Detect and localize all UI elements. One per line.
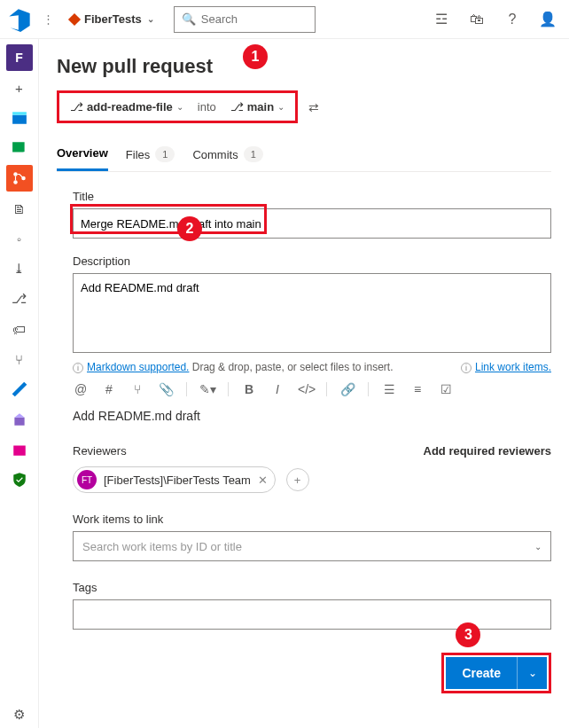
commits-count-badge: 1 <box>244 146 263 162</box>
nav-project-tile[interactable]: F <box>6 44 33 71</box>
svg-rect-0 <box>12 115 27 124</box>
add-reviewer-button[interactable]: + <box>286 468 309 491</box>
azure-devops-logo[interactable] <box>7 7 32 32</box>
project-icon <box>68 12 81 25</box>
tags-label: Tags <box>73 581 551 594</box>
more-icon[interactable]: ⋮ <box>39 12 58 26</box>
search-box[interactable]: 🔍 <box>174 6 316 33</box>
reviewer-pill: FT [FiberTests]\FiberTests Team ✕ <box>73 466 276 493</box>
callout-3: 3 <box>456 622 480 647</box>
workitems-label: Work items to link <box>73 513 551 526</box>
info-icon: i <box>461 363 472 373</box>
title-input[interactable] <box>73 208 551 239</box>
callout-2: 2 <box>177 216 202 241</box>
tab-commits[interactable]: Commits1 <box>192 139 262 171</box>
add-required-reviewers[interactable]: Add required reviewers <box>424 444 552 458</box>
nav-testplans-icon[interactable] <box>6 135 33 161</box>
create-button[interactable]: Create <box>446 657 517 689</box>
user-settings-icon[interactable]: 👤 <box>534 11 562 27</box>
nav-item-pink[interactable] <box>6 436 33 463</box>
svg-rect-7 <box>13 446 26 456</box>
nav-boards-icon[interactable] <box>6 105 33 131</box>
nav-pullrequests-icon[interactable]: ⑂ <box>6 346 33 372</box>
description-input[interactable] <box>73 273 551 353</box>
editor-toolbar: @ # ⑂ 📎 ✎▾ B I </> 🔗 ☰ ≡ ☑ <box>73 382 551 396</box>
chevron-down-icon: ⌄ <box>147 14 154 24</box>
attach-icon[interactable]: 📎 <box>158 382 174 396</box>
marketplace-icon[interactable]: 🛍 <box>463 12 491 27</box>
nav-commits-icon[interactable]: ◦ <box>6 225 33 252</box>
callout-1: 1 <box>243 44 268 69</box>
description-preview: Add README.md draft <box>73 409 551 423</box>
into-label: into <box>194 100 220 114</box>
italic-icon[interactable]: I <box>269 382 285 396</box>
chevron-down-icon: ⌄ <box>176 102 183 112</box>
hash-icon[interactable]: # <box>101 382 117 396</box>
pr-ref-icon[interactable]: ⑂ <box>129 382 145 396</box>
chevron-down-icon: ⌄ <box>277 102 284 112</box>
nav-artifacts-icon[interactable] <box>6 406 33 433</box>
link-icon[interactable]: 🔗 <box>339 382 355 396</box>
svg-point-3 <box>13 172 18 176</box>
numbered-icon[interactable]: ≡ <box>409 382 425 396</box>
tab-overview[interactable]: Overview <box>57 139 108 171</box>
source-branch-name: add-readme-file <box>87 100 173 114</box>
svg-rect-1 <box>12 112 27 114</box>
nav-settings-icon[interactable]: ⚙ <box>6 701 33 728</box>
target-branch-name: main <box>247 100 274 114</box>
search-icon: 🔍 <box>182 12 196 26</box>
nav-pipelines-icon[interactable] <box>6 376 33 403</box>
info-icon: i <box>73 363 83 373</box>
target-branch-picker[interactable]: ⎇ main ⌄ <box>225 97 290 117</box>
title-label: Title <box>73 190 551 203</box>
svg-rect-6 <box>14 418 24 426</box>
header-icon[interactable]: ✎▾ <box>199 382 215 396</box>
nav-files-icon[interactable]: 🗎 <box>6 195 33 222</box>
tab-files[interactable]: Files1 <box>126 139 175 171</box>
create-dropdown[interactable]: ⌄ <box>517 657 547 689</box>
link-workitems-link[interactable]: Link work items. <box>475 361 551 373</box>
nav-add[interactable]: + <box>6 74 33 101</box>
left-nav: F + 🗎 ◦ ⤓ ⎇ 🏷 ⑂ ⚙ <box>0 39 39 728</box>
markdown-link[interactable]: Markdown supported. <box>87 361 189 373</box>
nav-branches-icon[interactable]: ⎇ <box>6 286 33 312</box>
reviewers-label: Reviewers <box>73 444 127 458</box>
filter-icon[interactable]: ☲ <box>427 11 456 27</box>
workitems-picker[interactable]: Search work items by ID or title ⌄ <box>73 531 551 561</box>
nav-item-shield[interactable] <box>6 466 33 493</box>
workitems-placeholder: Search work items by ID or title <box>82 540 242 553</box>
description-label: Description <box>73 254 551 268</box>
svg-point-4 <box>13 180 18 184</box>
markdown-hint: iMarkdown supported. Drag & drop, paste,… <box>73 361 394 373</box>
source-branch-picker[interactable]: ⎇ add-readme-file ⌄ <box>65 97 189 117</box>
chevron-down-icon: ⌄ <box>534 542 542 552</box>
tags-input[interactable] <box>73 599 551 630</box>
project-name: FiberTests <box>84 12 142 26</box>
nav-pushes-icon[interactable]: ⤓ <box>6 255 33 282</box>
link-workitems-hint: iLink work items. <box>461 361 551 373</box>
nav-repos-icon[interactable] <box>6 165 33 192</box>
help-icon[interactable]: ? <box>498 12 526 27</box>
branch-icon: ⎇ <box>70 100 83 114</box>
branch-selector-row: ⎇ add-readme-file ⌄ into ⎇ main ⌄ <box>57 90 298 123</box>
swap-branches-icon[interactable]: ⇄ <box>308 100 319 114</box>
bold-icon[interactable]: B <box>241 382 257 396</box>
create-highlight: Create ⌄ <box>441 653 551 693</box>
files-count-badge: 1 <box>155 146 175 162</box>
checklist-icon[interactable]: ☑ <box>438 382 454 396</box>
project-picker[interactable]: FiberTests ⌄ <box>65 9 160 29</box>
branch-icon: ⎇ <box>230 100 244 114</box>
search-input[interactable] <box>201 12 308 26</box>
bullets-icon[interactable]: ☰ <box>381 382 397 396</box>
code-icon[interactable]: </> <box>298 382 314 396</box>
nav-tags-icon[interactable]: 🏷 <box>6 316 33 342</box>
mention-icon[interactable]: @ <box>73 382 89 396</box>
reviewer-name: [FiberTests]\FiberTests Team <box>104 474 251 487</box>
remove-reviewer-icon[interactable]: ✕ <box>258 474 268 487</box>
svg-rect-2 <box>12 142 25 152</box>
reviewer-avatar: FT <box>77 470 97 489</box>
page-title: New pull request <box>57 55 551 78</box>
